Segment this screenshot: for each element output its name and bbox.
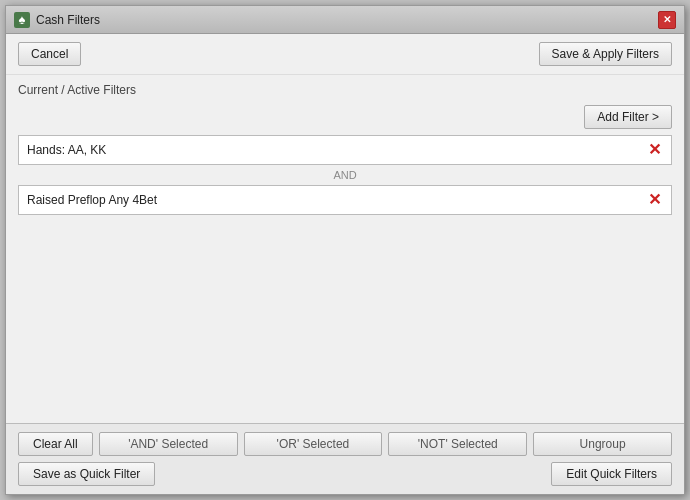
and-divider: AND xyxy=(18,165,672,185)
add-filter-button[interactable]: Add Filter > xyxy=(584,105,672,129)
save-quick-filter-button[interactable]: Save as Quick Filter xyxy=(18,462,155,486)
filter-text-2: Raised Preflop Any 4Bet xyxy=(27,193,157,207)
add-filter-row: Add Filter > xyxy=(18,105,672,129)
section-label: Current / Active Filters xyxy=(18,83,672,97)
main-window: ♠ Cash Filters ✕ Cancel Save & Apply Fil… xyxy=(5,5,685,495)
toolbar: Cancel Save & Apply Filters xyxy=(6,34,684,75)
bottom-row-1: Clear All 'AND' Selected 'OR' Selected '… xyxy=(18,432,672,456)
title-bar: ♠ Cash Filters ✕ xyxy=(6,6,684,34)
window-icon: ♠ xyxy=(14,12,30,28)
cancel-button[interactable]: Cancel xyxy=(18,42,81,66)
clear-all-button[interactable]: Clear All xyxy=(18,432,93,456)
save-apply-button[interactable]: Save & Apply Filters xyxy=(539,42,672,66)
bottom-bar: Clear All 'AND' Selected 'OR' Selected '… xyxy=(6,423,684,494)
filters-area: Add Filter > Hands: AA, KK ✕ AND Raised … xyxy=(18,105,672,260)
filter-remove-2[interactable]: ✕ xyxy=(646,192,663,208)
not-selected-button[interactable]: 'NOT' Selected xyxy=(388,432,527,456)
window-title: Cash Filters xyxy=(36,13,100,27)
content-area: Current / Active Filters Add Filter > Ha… xyxy=(6,75,684,423)
filter-text-1: Hands: AA, KK xyxy=(27,143,106,157)
filter-remove-1[interactable]: ✕ xyxy=(646,142,663,158)
close-button[interactable]: ✕ xyxy=(658,11,676,29)
edit-quick-filters-button[interactable]: Edit Quick Filters xyxy=(551,462,672,486)
bottom-row-2: Save as Quick Filter Edit Quick Filters xyxy=(18,462,672,486)
title-bar-left: ♠ Cash Filters xyxy=(14,12,100,28)
ungroup-button[interactable]: Ungroup xyxy=(533,432,672,456)
filter-item-1: Hands: AA, KK ✕ xyxy=(18,135,672,165)
or-selected-button[interactable]: 'OR' Selected xyxy=(244,432,383,456)
filter-item-2: Raised Preflop Any 4Bet ✕ xyxy=(18,185,672,215)
and-selected-button[interactable]: 'AND' Selected xyxy=(99,432,238,456)
